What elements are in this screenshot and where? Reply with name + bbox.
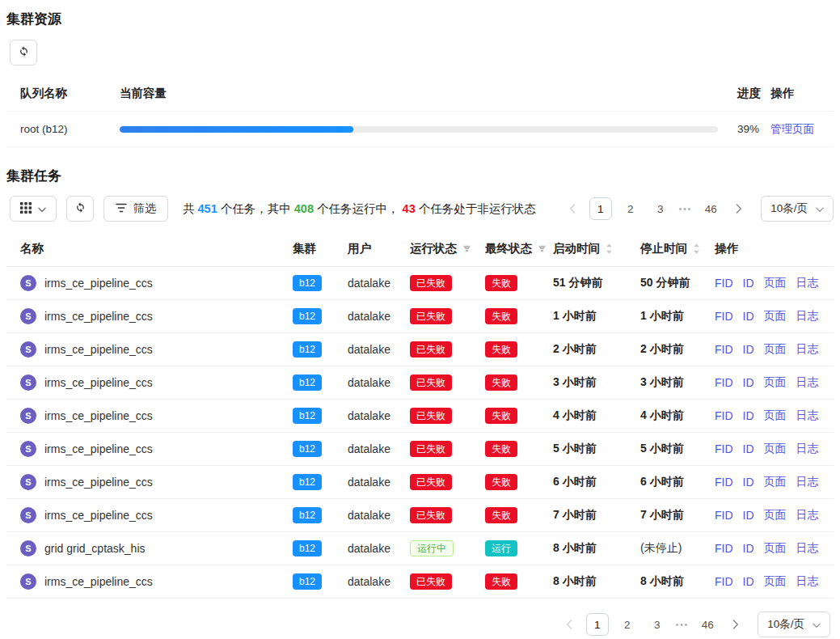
page-ellipsis[interactable]: ••• [679, 205, 693, 214]
page-button-last[interactable]: 46 [696, 613, 719, 636]
log-link[interactable]: 日志 [796, 342, 819, 357]
log-link[interactable]: 日志 [796, 541, 819, 556]
nonrunning-task-count: 43 [403, 202, 416, 215]
resources-refresh-button[interactable] [10, 40, 37, 66]
page-button-1[interactable]: 1 [589, 197, 612, 220]
sort-icon[interactable] [606, 243, 613, 255]
page-link[interactable]: 页面 [764, 276, 787, 290]
page-button-3[interactable]: 3 [646, 613, 669, 636]
page-link[interactable]: 页面 [764, 342, 787, 357]
page-size-select[interactable]: 10条/页 [758, 611, 830, 637]
page-button-last[interactable]: 46 [699, 197, 722, 220]
spark-avatar: S [20, 375, 36, 391]
id-link[interactable]: ID [743, 277, 754, 290]
task-name: irms_ce_pipeline_ccs [44, 277, 153, 290]
page-link[interactable]: 页面 [764, 574, 787, 589]
fid-link[interactable]: FID [715, 509, 733, 522]
stop-time: 4 小时前 [640, 408, 715, 423]
progress-header: 进度 [726, 86, 770, 101]
fid-link[interactable]: FID [715, 476, 733, 489]
cluster-tag: b12 [293, 573, 322, 590]
page-button-3[interactable]: 3 [649, 197, 672, 220]
summary-text: 个任务处于非运行状态 [416, 202, 536, 215]
stop-time: 5 小时前 [640, 442, 715, 456]
filter-funnel-icon[interactable] [538, 244, 547, 253]
id-link[interactable]: ID [743, 476, 754, 489]
fid-link[interactable]: FID [715, 575, 733, 588]
cluster-tag: b12 [293, 308, 322, 324]
filter-button[interactable]: 筛选 [103, 196, 168, 222]
filter-funnel-icon[interactable] [462, 244, 471, 253]
page-button-1[interactable]: 1 [586, 613, 609, 636]
log-link[interactable]: 日志 [796, 442, 819, 456]
resources-action-header: 操作 [770, 86, 827, 101]
run-status-tag: 运行中 [410, 540, 454, 556]
start-time: 7 小时前 [553, 508, 640, 523]
page-ellipsis[interactable]: ••• [676, 620, 690, 629]
log-link[interactable]: 日志 [796, 574, 819, 589]
start-time: 1 小时前 [553, 309, 640, 324]
start-time: 51 分钟前 [553, 276, 640, 290]
log-link[interactable]: 日志 [796, 276, 819, 290]
final-status-tag: 失败 [485, 573, 517, 590]
cluster-tag: b12 [293, 375, 322, 391]
page-link[interactable]: 页面 [764, 475, 787, 489]
run-status-tag: 已失败 [410, 408, 452, 424]
log-link[interactable]: 日志 [796, 309, 819, 324]
fid-link[interactable]: FID [715, 542, 733, 555]
sort-icon[interactable] [693, 243, 700, 255]
queue-row: root (b12) 39% 管理页面 [6, 112, 834, 147]
log-link[interactable]: 日志 [796, 408, 819, 423]
id-link[interactable]: ID [743, 509, 754, 522]
next-page-button[interactable] [729, 197, 749, 220]
page-size-select[interactable]: 10条/页 [761, 196, 834, 222]
log-link[interactable]: 日志 [796, 375, 819, 390]
id-link[interactable]: ID [743, 376, 754, 389]
page-link[interactable]: 页面 [764, 442, 787, 456]
log-link[interactable]: 日志 [796, 508, 819, 523]
id-link[interactable]: ID [743, 442, 754, 455]
capacity-progress-fill [120, 126, 353, 133]
tasks-table-header: 名称 集群 用户 运行状态 最终状态 启动时间 停止时间 操作 [6, 231, 834, 267]
final-status-tag: 失败 [485, 341, 517, 358]
user-name: datalake [348, 409, 410, 422]
manage-page-link[interactable]: 管理页面 [770, 122, 814, 137]
tasks-refresh-button[interactable] [66, 196, 94, 222]
task-summary: 共 451 个任务，其中 408 个任务运行中， 43 个任务处于非运行状态 [183, 201, 536, 217]
fid-link[interactable]: FID [715, 310, 733, 323]
prev-page-button[interactable] [559, 613, 579, 636]
start-time: 5 小时前 [553, 442, 640, 456]
page-link[interactable]: 页面 [764, 541, 787, 556]
stop-time: 8 小时前 [640, 574, 715, 589]
run-status-tag: 已失败 [410, 474, 452, 490]
final-status-tag: 失败 [485, 408, 517, 424]
id-link[interactable]: ID [743, 542, 754, 555]
run-status-tag: 已失败 [410, 275, 452, 291]
page-link[interactable]: 页面 [764, 508, 787, 523]
fid-link[interactable]: FID [715, 409, 733, 422]
cluster-tag: b12 [293, 341, 322, 358]
filter-lines-icon [116, 202, 127, 215]
fid-link[interactable]: FID [715, 277, 733, 290]
fid-link[interactable]: FID [715, 442, 733, 455]
id-link[interactable]: ID [743, 310, 754, 323]
fid-link[interactable]: FID [715, 343, 733, 356]
id-link[interactable]: ID [743, 575, 754, 588]
spark-avatar: S [20, 308, 36, 324]
prev-page-button[interactable] [563, 197, 582, 220]
next-page-button[interactable] [726, 613, 745, 636]
log-link[interactable]: 日志 [796, 475, 819, 489]
filter-button-label: 筛选 [133, 201, 156, 216]
id-link[interactable]: ID [743, 409, 754, 422]
tasks-table: 名称 集群 用户 运行状态 最终状态 启动时间 停止时间 操作 S [6, 231, 834, 599]
page-link[interactable]: 页面 [764, 309, 787, 324]
page-button-2[interactable]: 2 [616, 613, 639, 636]
task-name: grid grid_cptask_his [44, 542, 146, 555]
id-link[interactable]: ID [743, 343, 754, 356]
page-link[interactable]: 页面 [764, 408, 787, 423]
page-link[interactable]: 页面 [764, 375, 787, 390]
column-settings-button[interactable] [10, 196, 57, 222]
page-button-2[interactable]: 2 [619, 197, 642, 220]
fid-link[interactable]: FID [715, 376, 733, 389]
grid-icon [20, 202, 32, 216]
